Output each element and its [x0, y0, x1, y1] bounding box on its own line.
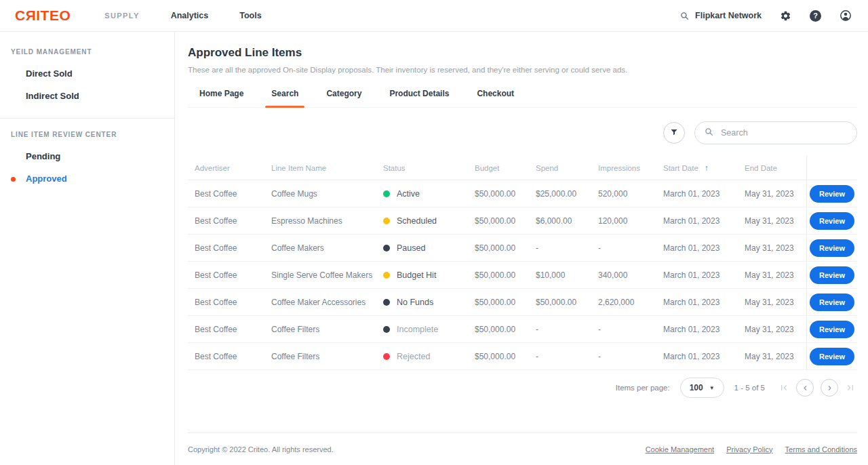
cell-advertiser: Best Coffee — [188, 316, 264, 342]
column-header-end-date[interactable]: End Date — [738, 156, 806, 180]
cell-budget: $50,000.00 — [468, 180, 529, 207]
cell-spend: $10,000 — [529, 262, 591, 288]
start-date-label: Start Date — [663, 164, 698, 172]
cell-impressions: - — [591, 343, 656, 369]
cell-start-date: March 01, 2023 — [656, 207, 738, 234]
pagination-range: 1 - 5 of 5 — [734, 384, 765, 392]
help-icon[interactable]: ? — [810, 10, 821, 22]
cell-impressions: - — [591, 235, 656, 261]
status-dot — [383, 299, 390, 306]
status-label: Incomplete — [397, 325, 438, 334]
cell-advertiser: Best Coffee — [188, 235, 264, 261]
cell-spend: - — [529, 343, 591, 369]
status-dot — [383, 190, 390, 197]
sidebar-item-approved[interactable]: Approved — [0, 167, 174, 190]
status-label: No Funds — [397, 298, 433, 307]
next-page-icon[interactable] — [821, 379, 838, 397]
footer-link-cookie-management[interactable]: Cookie Management — [646, 445, 715, 453]
pagination-controls — [778, 379, 856, 397]
tab-home-page[interactable]: Home Page — [198, 83, 245, 107]
column-header-start-date[interactable]: Start Date ↑ — [656, 156, 738, 180]
criteo-logo[interactable]: CЯITEO — [15, 7, 71, 24]
review-button[interactable]: Review — [810, 185, 854, 203]
cell-impressions: - — [591, 316, 656, 342]
cell-status: Scheduled — [376, 207, 468, 234]
sort-asc-icon: ↑ — [705, 163, 709, 173]
gear-icon[interactable] — [780, 10, 791, 22]
nav-item-analytics[interactable]: Analytics — [171, 11, 209, 20]
cell-line-item-name: Coffee Makers — [264, 235, 376, 261]
status-dot — [383, 272, 390, 279]
cell-budget: $50,000.00 — [468, 289, 529, 315]
topbar-right: Flipkart Network ? — [680, 9, 852, 22]
sidebar-section-yield-management: YEILD MANAGEMENT — [0, 48, 174, 56]
cell-advertiser: Best Coffee — [188, 262, 264, 288]
cell-spend: $25,000.00 — [529, 180, 591, 207]
table-row: Best CoffeeSingle Serve Coffee MakersBud… — [188, 262, 857, 289]
sidebar-item-direct-sold[interactable]: Direct Sold — [0, 62, 174, 85]
page-footer: Copyright © 2022 Criteo. All rights rese… — [188, 432, 857, 465]
cell-advertiser: Best Coffee — [188, 207, 264, 234]
cell-end-date: May 31, 2023 — [738, 207, 806, 234]
cell-end-date: May 31, 2023 — [738, 180, 806, 207]
cell-advertiser: Best Coffee — [188, 180, 264, 207]
cell-status: Active — [376, 180, 468, 207]
column-header-line-item-name[interactable]: Line Item Name — [264, 156, 376, 180]
sidebar-item-indirect-sold[interactable]: Indirect Sold — [0, 85, 174, 107]
filter-button[interactable] — [663, 122, 685, 144]
cell-advertiser: Best Coffee — [188, 289, 264, 315]
line-items-table: Advertiser Line Item Name Status Budget … — [188, 156, 857, 370]
cell-impressions: 340,000 — [591, 262, 656, 288]
cell-action: Review — [806, 289, 857, 315]
cell-status: No Funds — [376, 289, 468, 315]
cell-action: Review — [806, 207, 857, 234]
review-button[interactable]: Review — [810, 266, 854, 284]
tab-search[interactable]: Search — [270, 83, 300, 107]
active-indicator-dot — [11, 177, 16, 182]
column-header-spend[interactable]: Spend — [529, 156, 591, 180]
cell-impressions: 2,620,000 — [591, 289, 656, 315]
cell-budget: $50,000.00 — [468, 235, 529, 261]
first-page-icon[interactable] — [778, 382, 789, 393]
cell-start-date: March 01, 2023 — [656, 316, 738, 342]
items-per-page-select[interactable]: 100 ▼ — [680, 378, 724, 398]
tab-checkout[interactable]: Checkout — [475, 83, 515, 107]
items-per-page-value: 100 — [690, 383, 703, 392]
cell-spend: - — [529, 316, 591, 342]
cell-action: Review — [806, 262, 857, 288]
network-switcher[interactable]: Flipkart Network — [680, 11, 762, 20]
cell-start-date: March 01, 2023 — [656, 289, 738, 315]
review-button[interactable]: Review — [810, 239, 854, 257]
status-dot — [383, 326, 390, 333]
last-page-icon[interactable] — [845, 382, 856, 393]
prev-page-icon[interactable] — [796, 379, 814, 397]
status-dot — [383, 353, 390, 360]
table-row: Best CoffeeEspresso MachinesScheduled$50… — [188, 207, 857, 235]
tab-category[interactable]: Category — [325, 83, 363, 107]
status-dot — [383, 245, 390, 251]
user-icon[interactable] — [840, 9, 852, 22]
search-input[interactable] — [719, 127, 847, 138]
column-header-status[interactable]: Status — [376, 156, 468, 180]
cell-start-date: March 01, 2023 — [656, 180, 738, 207]
main-content: Approved Line Items These are all the ap… — [175, 32, 868, 465]
caret-down-icon: ▼ — [709, 385, 715, 391]
help-glyph: ? — [810, 10, 821, 22]
tab-product-details[interactable]: Product Details — [388, 83, 450, 107]
column-header-advertiser[interactable]: Advertiser — [188, 156, 264, 180]
column-header-impressions[interactable]: Impressions — [591, 156, 656, 180]
column-header-budget[interactable]: Budget — [468, 156, 529, 180]
table-row: Best CoffeeCoffee FiltersIncomplete$50,0… — [188, 316, 857, 343]
sidebar-item-pending[interactable]: Pending — [0, 145, 174, 167]
footer-link-privacy-policy[interactable]: Privacy Policy — [726, 445, 772, 453]
review-button[interactable]: Review — [810, 348, 854, 365]
review-button[interactable]: Review — [810, 294, 854, 311]
cell-status: Paused — [376, 235, 468, 261]
footer-link-terms-and-conditions[interactable]: Terms and Conditions — [785, 445, 857, 453]
cell-action: Review — [806, 235, 857, 261]
review-button[interactable]: Review — [810, 212, 854, 230]
app-window: CЯITEO SUPPLY Analytics Tools Flipkart N… — [0, 0, 868, 465]
cell-action: Review — [806, 343, 857, 369]
nav-item-tools[interactable]: Tools — [239, 11, 261, 20]
review-button[interactable]: Review — [810, 321, 854, 338]
